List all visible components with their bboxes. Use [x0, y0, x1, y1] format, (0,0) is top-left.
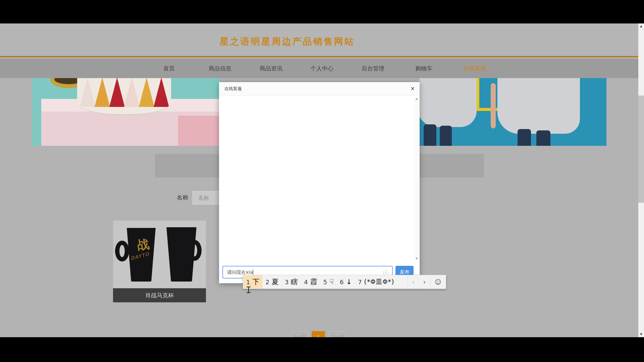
nav-item-product-news[interactable]: 商品资讯 [246, 65, 297, 72]
banner-mug [77, 78, 171, 115]
ime-next-page-icon[interactable]: › [419, 275, 430, 289]
browser-scrollbar[interactable]: ▲ ▼ [638, 23, 644, 337]
nav-item-cart[interactable]: 购物车 [398, 65, 449, 72]
product-image: 战 DAYTO [113, 221, 206, 288]
yellow-frame-vertical [476, 78, 479, 111]
online-service-dialog: 在线客服 ✕ ▲ ▼ 请问现在xia ✕ 发布 [219, 82, 420, 283]
scroll-up-icon[interactable]: ▲ [416, 97, 418, 100]
ime-candidate-6[interactable]: 6 ↓ [337, 275, 355, 289]
dialog-scrollbar[interactable]: ▲ ▼ [414, 97, 419, 260]
ime-candidate-3[interactable]: 3 瞎 [282, 275, 301, 289]
main-nav: 首页 商品信息 商品资讯 个人中心 后台管理 购物车 在线客服 [0, 59, 644, 78]
ime-candidate-7[interactable]: 7 (*Φ皿Φ*) [355, 275, 397, 289]
site-header: 星之语明星周边产品销售网站 [0, 23, 644, 57]
ime-emoji-icon[interactable]: ☺ [430, 275, 446, 289]
pagination-next-button[interactable]: 下一页 [328, 331, 346, 337]
model-shirt-right [497, 78, 580, 134]
ime-candidate-bar: 1 下 2 夏 3 瞎 4 霞 5 ☟ 6 ↓ 7 (*Φ皿Φ*) ‹ › [243, 275, 446, 289]
dialog-header: 在线客服 ✕ [219, 82, 420, 96]
ime-candidate-2[interactable]: 2 夏 [262, 275, 281, 289]
clear-input-icon[interactable]: ✕ [383, 270, 388, 275]
name-filter-label: 名称 [177, 194, 188, 201]
browser-viewport: 星之语明星周边产品销售网站 首页 商品信息 商品资讯 个人中心 后台管理 购物车… [0, 23, 644, 337]
ime-candidate-1[interactable]: 1 下 [243, 275, 262, 289]
pagination-prev-button[interactable]: 上一页 [291, 331, 308, 337]
mouse-ibeam-cursor [247, 287, 251, 293]
nav-item-online-service[interactable]: 在线客服 [449, 65, 500, 72]
model-arm [491, 83, 496, 128]
scrollbar-thumb[interactable] [638, 96, 644, 203]
product-card[interactable]: 战 DAYTO 肖战马克杯 [113, 221, 206, 302]
product-name: 肖战马克杯 [113, 288, 206, 302]
chat-message-area: ▲ ▼ [219, 96, 420, 261]
pagination-current-page[interactable]: 1 [312, 331, 325, 337]
input-text: 请问现在 [227, 269, 246, 275]
ime-candidate-5[interactable]: 5 ☟ [320, 275, 337, 289]
ime-composition-text: xia [246, 269, 253, 275]
nav-item-admin[interactable]: 后台管理 [347, 65, 398, 72]
scrollbar-up-icon[interactable]: ▲ [638, 23, 644, 29]
nav-item-product-info[interactable]: 商品信息 [195, 65, 246, 72]
carousel-banner-right[interactable] [420, 78, 606, 146]
pedestal-side [178, 116, 221, 146]
page-title: 星之语明星周边产品销售网站 [220, 36, 355, 48]
carousel-banner-left[interactable] [32, 78, 221, 146]
mug-back [164, 227, 199, 282]
nav-item-home[interactable]: 首页 [144, 65, 195, 72]
hand-pointing-icon: ☟ [329, 278, 334, 286]
ime-prev-page-icon[interactable]: ‹ [408, 275, 419, 289]
model-shirt-left [420, 78, 477, 127]
text-caret [253, 269, 253, 275]
nav-item-personal-center[interactable]: 个人中心 [297, 65, 347, 72]
ime-candidate-4[interactable]: 4 霞 [301, 275, 320, 289]
mug-handle-left [115, 241, 129, 261]
dialog-title: 在线客服 [224, 82, 242, 96]
scroll-down-icon[interactable]: ▼ [416, 257, 418, 260]
close-icon[interactable]: ✕ [411, 82, 415, 96]
scrollbar-down-icon[interactable]: ▼ [638, 331, 644, 337]
